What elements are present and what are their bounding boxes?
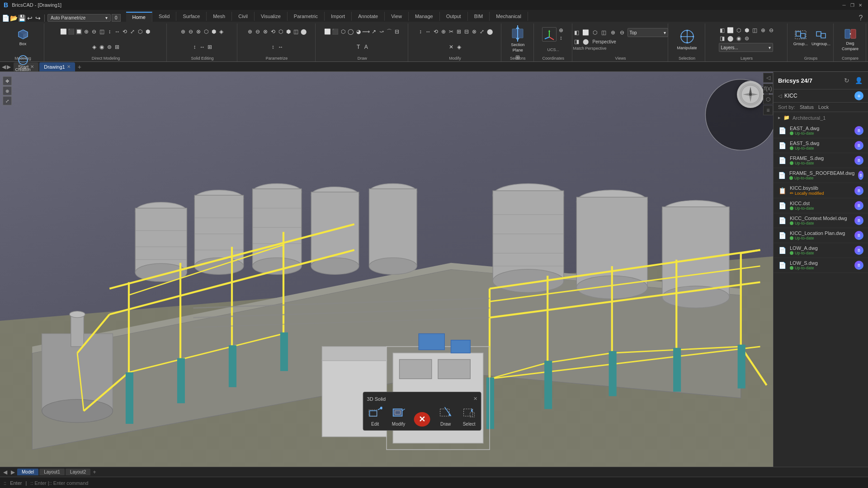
p-btn5[interactable]: ⬡ bbox=[277, 28, 284, 35]
mod-btn11[interactable]: ✕ bbox=[448, 43, 455, 51]
layer-btn1[interactable]: ◧ bbox=[719, 27, 726, 34]
action-btn-1[interactable]: ◁ bbox=[763, 73, 773, 83]
vp-pan-btn[interactable]: ✥ bbox=[3, 76, 12, 85]
views-icon6[interactable]: ⊖ bbox=[618, 29, 626, 36]
tab-civil[interactable]: Civil bbox=[232, 12, 255, 21]
se-btn9[interactable]: ⊞ bbox=[206, 43, 213, 51]
views-icon7[interactable]: ◨ bbox=[573, 38, 580, 45]
layout-prev-icon[interactable]: ◀ bbox=[2, 469, 9, 475]
tab-visualize[interactable]: Visualize bbox=[255, 12, 288, 21]
tab-view[interactable]: View bbox=[385, 12, 409, 21]
layout-add-icon[interactable]: + bbox=[91, 469, 97, 475]
file-tab-drawing1[interactable]: Drawing1 ✕ bbox=[39, 62, 75, 71]
dm-btn7[interactable]: ↕ bbox=[106, 28, 113, 35]
file-item-frame-s-roof[interactable]: 📄 FRAME_S_ROOFBEAM.dwg Up-to-date B bbox=[774, 168, 868, 183]
mod-btn6[interactable]: ⊞ bbox=[455, 28, 462, 35]
solid-panel-close-icon[interactable]: ✕ bbox=[473, 396, 477, 402]
sort-status-button[interactable]: Status bbox=[800, 104, 814, 110]
layer-btn4[interactable]: ⬢ bbox=[743, 27, 750, 34]
mod-btn1[interactable]: ↕ bbox=[417, 28, 424, 35]
mod-btn5[interactable]: ✂ bbox=[448, 28, 455, 35]
layer-btn9[interactable]: ⬤ bbox=[727, 35, 734, 42]
viewport[interactable]: ✥ ⊕ ⤢ 3D Solid ✕ bbox=[0, 72, 773, 467]
se-btn1[interactable]: ⊕ bbox=[179, 28, 187, 35]
draw-btn11[interactable]: T bbox=[355, 43, 362, 51]
tab-import[interactable]: Import bbox=[325, 12, 352, 21]
save-icon[interactable]: 💾 bbox=[18, 14, 25, 22]
dm-btn6[interactable]: ◫ bbox=[98, 28, 105, 35]
layout-tab-layout2[interactable]: Layout2 bbox=[66, 469, 91, 475]
views-icon5[interactable]: ⊕ bbox=[609, 29, 617, 36]
draw-btn12[interactable]: A bbox=[363, 43, 370, 51]
vp-extent-btn[interactable]: ⤢ bbox=[3, 96, 12, 105]
views-icon8[interactable]: ⬤ bbox=[582, 38, 590, 45]
se-btn3[interactable]: ⊗ bbox=[195, 28, 202, 35]
action-btn-4[interactable]: ≡ bbox=[763, 105, 773, 115]
view-selector-dropdown[interactable]: Top ▾ bbox=[627, 28, 668, 37]
views-icon2[interactable]: ⬜ bbox=[582, 29, 590, 36]
action-btn-3[interactable]: ⬡ bbox=[763, 94, 773, 104]
close-button[interactable]: ✕ bbox=[856, 1, 864, 9]
tab-manage[interactable]: Manage bbox=[409, 12, 440, 21]
tab-mesh[interactable]: Mesh bbox=[207, 12, 232, 21]
dm-btn10[interactable]: ⤢ bbox=[129, 28, 136, 35]
dm-btn3[interactable]: 🔲 bbox=[75, 28, 82, 35]
command-input[interactable] bbox=[30, 480, 864, 486]
file-item-kicc-location[interactable]: 📄 KICC_Location Plan.dwg Up-to-date B bbox=[774, 228, 868, 243]
file-item-frame-s[interactable]: 📄 FRAME_S.dwg Up-to-date B bbox=[774, 153, 868, 168]
tab-output[interactable]: Output bbox=[440, 12, 468, 21]
file-item-low-s[interactable]: 📄 LOW_S.dwg Up-to-date B bbox=[774, 258, 868, 273]
help-icon[interactable]: ? bbox=[857, 14, 864, 22]
dm-btn5[interactable]: ⊖ bbox=[90, 28, 98, 35]
panel-profile-icon[interactable]: 👤 bbox=[854, 75, 863, 85]
p-btn3[interactable]: ⊗ bbox=[262, 28, 269, 35]
layer-btn8[interactable]: ◨ bbox=[719, 35, 726, 42]
new-tab-button[interactable]: + bbox=[76, 63, 83, 70]
p-btn7[interactable]: ◫ bbox=[292, 28, 300, 35]
sort-lock-button[interactable]: Lock bbox=[818, 104, 829, 110]
match-perspective-btn[interactable]: Match Perspective bbox=[573, 46, 607, 51]
minimize-button[interactable]: ─ bbox=[840, 1, 848, 9]
tab-bim[interactable]: BIM bbox=[468, 12, 490, 21]
file-tab-drawing1-close-icon[interactable]: ✕ bbox=[67, 64, 71, 69]
views-icon3[interactable]: ⬡ bbox=[591, 29, 599, 36]
ucs-opt1[interactable]: ⊕ bbox=[557, 27, 565, 34]
mod-btn12[interactable]: ◈ bbox=[455, 43, 462, 51]
solid-delete-button[interactable]: ✕ bbox=[414, 412, 430, 427]
draw-btn10[interactable]: ⊟ bbox=[393, 28, 401, 35]
draw-btn3[interactable]: ⬡ bbox=[340, 28, 347, 35]
panel-refresh-button[interactable]: ↻ bbox=[842, 75, 852, 85]
tab-annotate[interactable]: Annotate bbox=[352, 12, 385, 21]
layout-tab-layout1[interactable]: Layout1 bbox=[39, 469, 65, 475]
views-icon4[interactable]: ◫ bbox=[600, 29, 608, 36]
mod-btn7[interactable]: ⊟ bbox=[463, 28, 470, 35]
layout-next-icon[interactable]: ▶ bbox=[9, 469, 16, 475]
nav-back-icon[interactable]: ◁ bbox=[778, 93, 782, 99]
file-item-low-a[interactable]: 📄 LOW_A.dwg Up-to-date B bbox=[774, 243, 868, 258]
se-btn7[interactable]: ↕ bbox=[191, 43, 198, 51]
tab-surface[interactable]: Surface bbox=[176, 12, 207, 21]
dm-btn4[interactable]: ⊕ bbox=[83, 28, 90, 35]
solid-edit-button[interactable]: Edit bbox=[367, 405, 383, 427]
layout-tab-model[interactable]: Model bbox=[17, 469, 38, 475]
draw-btn9[interactable]: ⌒ bbox=[386, 28, 393, 35]
draw-btn5[interactable]: ◕ bbox=[355, 28, 362, 35]
se-btn5[interactable]: ⬢ bbox=[210, 28, 217, 35]
action-btn-2[interactable]: f(x) bbox=[763, 84, 773, 94]
file-item-east-s[interactable]: 📄 EAST_S.dwg Up-to-date B bbox=[774, 138, 868, 153]
tab-solid[interactable]: Solid bbox=[152, 12, 176, 21]
layer-btn11[interactable]: ⊚ bbox=[743, 35, 750, 42]
ucs-opt2[interactable]: ↕ bbox=[557, 34, 565, 42]
p-btn10[interactable]: ↔ bbox=[277, 43, 284, 51]
layer-btn2[interactable]: ⬜ bbox=[727, 27, 734, 34]
layer-dropdown[interactable]: Layers... ▾ bbox=[719, 43, 773, 52]
vp-zoom-btn[interactable]: ⊕ bbox=[3, 86, 12, 95]
ucs-btn[interactable] bbox=[542, 27, 557, 42]
draw-btn8[interactable]: ⤻ bbox=[378, 28, 385, 35]
dm-btn8[interactable]: ↔ bbox=[113, 28, 121, 35]
redo-icon[interactable]: ↪ bbox=[34, 14, 42, 22]
mod-btn9[interactable]: ⤢ bbox=[478, 28, 486, 35]
file-item-east-a[interactable]: 📄 EAST_A.dwg Up-to-date B bbox=[774, 123, 868, 138]
dm-btn13[interactable]: ◈ bbox=[90, 43, 98, 51]
solid-modify-button[interactable]: Modify bbox=[391, 405, 407, 427]
